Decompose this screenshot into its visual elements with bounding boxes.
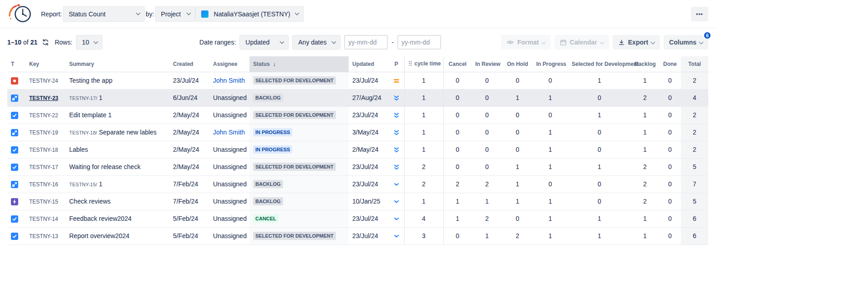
column-header-assignee[interactable]: Assignee bbox=[209, 56, 249, 72]
column-header-summary[interactable]: Summary bbox=[66, 56, 169, 72]
project-select[interactable]: NataliaYSaasjet (TESTNY) bbox=[195, 6, 304, 22]
count-value: 2 bbox=[422, 180, 426, 188]
chevron-down-icon bbox=[136, 11, 140, 15]
app-logo-image bbox=[7, 4, 34, 25]
cell-cycle: 1 bbox=[404, 72, 443, 89]
column-header-total[interactable]: Total bbox=[681, 56, 708, 72]
date-to-input[interactable] bbox=[397, 35, 441, 50]
assignee-text: Unassigned bbox=[213, 146, 247, 153]
assignee-link[interactable]: John Smith bbox=[213, 129, 245, 136]
column-header-in_review[interactable]: In Review bbox=[472, 56, 503, 72]
cell-backlog: 1 bbox=[631, 210, 659, 227]
updated-date: 23/Jul/24 bbox=[352, 232, 378, 239]
report-type-select[interactable]: Status Count bbox=[63, 6, 145, 22]
cell-on_hold: 1 bbox=[503, 175, 533, 193]
more-actions-button[interactable]: ••• bbox=[691, 7, 708, 21]
cell-summary: Waiting for release check bbox=[66, 158, 169, 175]
cell-key: TESTNY-22 bbox=[25, 106, 66, 124]
column-header-updated[interactable]: Updated bbox=[349, 56, 389, 72]
count-value: 2 bbox=[643, 198, 647, 205]
cell-done: 0 bbox=[659, 106, 681, 124]
cell-updated: 27/Aug/24 bbox=[349, 89, 389, 106]
cell-in_progress: 1 bbox=[533, 227, 568, 244]
count-value: 0 bbox=[598, 198, 601, 205]
column-header-status[interactable]: Status↓ bbox=[249, 56, 349, 72]
column-header-label: Cancel bbox=[449, 61, 467, 67]
issue-summary: Report overview2024 bbox=[69, 232, 129, 239]
count-value: 1 bbox=[516, 163, 519, 170]
count-value: 0 bbox=[516, 215, 519, 222]
cell-in_review: 0 bbox=[472, 158, 503, 175]
count-value: 1 bbox=[422, 77, 426, 84]
column-header-priority[interactable]: P bbox=[389, 56, 404, 72]
date-preset-select[interactable]: Any dates bbox=[292, 35, 340, 50]
date-from-input[interactable] bbox=[344, 35, 388, 50]
rows-per-page-select[interactable]: 10 bbox=[76, 35, 102, 50]
column-header-done[interactable]: Done bbox=[659, 56, 681, 72]
issue-key-link[interactable]: TESTNY-18 bbox=[29, 147, 58, 153]
cell-type bbox=[7, 210, 25, 227]
chevron-down-icon bbox=[280, 39, 284, 44]
assignee-link[interactable]: John Smith bbox=[213, 77, 245, 84]
column-header-backlog[interactable]: Backlog bbox=[631, 56, 659, 72]
refresh-icon bbox=[42, 39, 49, 46]
cell-priority bbox=[389, 141, 404, 158]
cell-backlog: 1 bbox=[631, 141, 659, 158]
date-field-select[interactable]: Updated bbox=[239, 35, 289, 50]
issue-key-link[interactable]: TESTNY-14 bbox=[29, 216, 58, 222]
issue-key-link[interactable]: TESTNY-19 bbox=[29, 130, 58, 136]
refresh-button[interactable] bbox=[41, 38, 50, 47]
issue-key-link[interactable]: TESTNY-17 bbox=[29, 164, 58, 170]
group-by-select[interactable]: Project bbox=[155, 6, 195, 22]
issue-key-link[interactable]: TESTNY-13 bbox=[29, 233, 58, 239]
cell-key: TESTNY-18 bbox=[25, 141, 66, 158]
cell-total: 6 bbox=[681, 227, 708, 244]
cell-type bbox=[7, 158, 25, 175]
column-header-selected[interactable]: Selected for Development bbox=[568, 56, 631, 72]
count-value: 1 bbox=[456, 215, 459, 222]
count-value: 2 bbox=[693, 146, 696, 153]
column-header-in_progress[interactable]: In Progress bbox=[533, 56, 568, 72]
issue-key-link[interactable]: TESTNY-24 bbox=[29, 78, 58, 84]
report-table: TKeySummaryCreatedAssigneeStatus↓Updated… bbox=[7, 56, 708, 245]
cell-assignee: John Smith bbox=[209, 124, 249, 141]
cell-in_progress: 1 bbox=[533, 124, 568, 141]
count-value: 1 bbox=[548, 146, 552, 153]
issue-key-link[interactable]: TESTNY-22 bbox=[29, 112, 58, 119]
medium-priority-icon bbox=[393, 77, 400, 85]
cell-in_progress: 1 bbox=[533, 210, 568, 227]
count-value: 0 bbox=[485, 94, 489, 101]
count-value: 0 bbox=[485, 146, 489, 153]
report-type-value: Status Count bbox=[69, 10, 133, 18]
column-header-on_hold[interactable]: On Hold bbox=[503, 56, 533, 72]
chevron-down-icon bbox=[651, 40, 655, 44]
cell-type bbox=[7, 141, 25, 158]
eye-icon bbox=[507, 39, 514, 46]
sort-desc-icon: ↓ bbox=[273, 60, 276, 67]
chevron-down-icon bbox=[699, 40, 704, 44]
cell-assignee: John Smith bbox=[209, 72, 249, 89]
count-value: 0 bbox=[548, 77, 552, 84]
bug-type-icon bbox=[11, 77, 18, 85]
column-header-created[interactable]: Created bbox=[169, 56, 209, 72]
cell-selected: 1 bbox=[568, 210, 631, 227]
issue-key-link[interactable]: TESTNY-16 bbox=[29, 181, 58, 188]
lowest-priority-icon bbox=[393, 112, 400, 119]
chevron-down-icon bbox=[599, 40, 604, 44]
column-header-type[interactable]: T bbox=[7, 56, 25, 72]
column-header-cycle[interactable]: cycle time bbox=[404, 56, 443, 72]
column-header-key[interactable]: Key bbox=[25, 56, 66, 72]
format-button[interactable]: Format bbox=[501, 35, 550, 50]
columns-button[interactable]: Columns bbox=[664, 35, 708, 50]
calendar-button[interactable]: Calendar bbox=[554, 35, 609, 50]
column-header-cancel[interactable]: Cancel bbox=[443, 56, 472, 72]
export-button[interactable]: Export bbox=[613, 35, 660, 50]
cell-status: SELECTED FOR DEVELOPMENT bbox=[249, 106, 349, 124]
cell-cycle: 3 bbox=[404, 227, 443, 244]
cell-in_progress: 0 bbox=[533, 106, 568, 124]
issue-key-link[interactable]: TESTNY-15 bbox=[29, 199, 58, 205]
cell-in_progress: 1 bbox=[533, 193, 568, 210]
drag-handle-icon bbox=[408, 60, 412, 66]
count-value: 0 bbox=[516, 77, 519, 84]
issue-key-link[interactable]: TESTNY-23 bbox=[29, 95, 58, 101]
